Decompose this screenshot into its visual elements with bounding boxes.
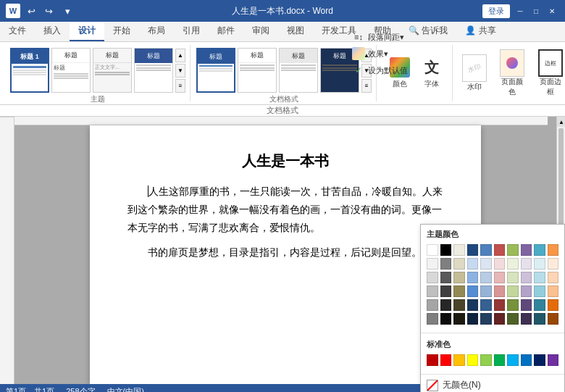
- swatch-r2-10[interactable]: [548, 258, 559, 270]
- swatch-r6-8[interactable]: [521, 313, 532, 325]
- swatch-r2-9[interactable]: [534, 258, 545, 270]
- swatch-r3-10[interactable]: [548, 272, 559, 283]
- format-item-1[interactable]: 标题: [196, 48, 235, 93]
- swatch-r4-2[interactable]: [440, 285, 452, 297]
- std-swatch-1[interactable]: [427, 354, 438, 366]
- tab-view[interactable]: 视图: [278, 22, 313, 41]
- tab-file[interactable]: 文件: [0, 22, 35, 41]
- std-swatch-6[interactable]: [494, 354, 506, 366]
- swatch-red[interactable]: [494, 244, 506, 256]
- swatch-r2-6[interactable]: [494, 258, 506, 270]
- format-expand-arrow[interactable]: ≡: [361, 79, 372, 93]
- swatch-r6-9[interactable]: [534, 313, 545, 325]
- format-item-2[interactable]: 标题: [238, 48, 277, 93]
- swatch-r6-6[interactable]: [494, 313, 506, 325]
- theme-item-3[interactable]: 标题 正文文字...: [93, 48, 132, 93]
- swatch-r3-4[interactable]: [467, 272, 479, 283]
- gallery-down-arrow[interactable]: ▼: [175, 64, 185, 78]
- swatch-r6-3[interactable]: [453, 313, 465, 325]
- login-button[interactable]: 登录: [482, 4, 510, 18]
- swatch-dark-blue[interactable]: [467, 244, 479, 256]
- swatch-r4-1[interactable]: [427, 285, 438, 297]
- theme-item-1[interactable]: 标题 1: [10, 48, 49, 93]
- gallery-up-arrow[interactable]: ▲: [175, 49, 185, 62]
- swatch-r2-8[interactable]: [521, 258, 532, 270]
- watermark-button[interactable]: 水印: [457, 51, 492, 95]
- no-color-option[interactable]: 无颜色(N): [421, 376, 564, 392]
- tab-share[interactable]: 👤 共享: [456, 22, 504, 41]
- swatch-r2-1[interactable]: [427, 258, 438, 270]
- tab-references[interactable]: 引用: [174, 22, 209, 41]
- swatch-r5-2[interactable]: [440, 299, 452, 311]
- swatch-r6-4[interactable]: [467, 313, 479, 325]
- swatch-white[interactable]: [427, 244, 438, 256]
- quick-access-more[interactable]: ▾: [59, 3, 75, 19]
- swatch-green[interactable]: [507, 244, 519, 256]
- gallery-expand-arrow[interactable]: ≡: [175, 79, 185, 93]
- swatch-cream[interactable]: [453, 244, 465, 256]
- swatch-r3-5[interactable]: [480, 272, 492, 283]
- format-item-3[interactable]: 标题: [279, 48, 318, 93]
- swatch-r4-8[interactable]: [521, 285, 532, 297]
- swatch-r2-4[interactable]: [467, 258, 479, 270]
- swatch-r4-3[interactable]: [453, 285, 465, 297]
- undo-button[interactable]: ↩: [23, 3, 39, 19]
- paragraph-spacing-button[interactable]: ≡↕ 段落间距▾: [348, 29, 412, 45]
- swatch-black[interactable]: [440, 244, 452, 256]
- swatch-r3-2[interactable]: [440, 272, 452, 283]
- swatch-r3-6[interactable]: [494, 272, 506, 283]
- swatch-r4-7[interactable]: [507, 285, 519, 297]
- swatch-r3-3[interactable]: [453, 272, 465, 283]
- tab-layout[interactable]: 布局: [139, 22, 174, 41]
- swatch-r3-1[interactable]: [427, 272, 438, 283]
- page-border-button[interactable]: 边框 页面边框: [532, 46, 565, 100]
- tab-home[interactable]: 开始: [104, 22, 139, 41]
- tab-insert[interactable]: 插入: [35, 22, 70, 41]
- swatch-r3-7[interactable]: [507, 272, 519, 283]
- scroll-up-arrow[interactable]: ▲: [557, 117, 565, 127]
- tab-review[interactable]: 审阅: [243, 22, 278, 41]
- swatch-r5-1[interactable]: [427, 299, 438, 311]
- swatch-r4-5[interactable]: [480, 285, 492, 297]
- set-default-button[interactable]: ✓ 设为默认值: [348, 62, 412, 78]
- swatch-purple[interactable]: [521, 244, 532, 256]
- swatch-r3-8[interactable]: [521, 272, 532, 283]
- swatch-r6-10[interactable]: [548, 313, 559, 325]
- swatch-r2-3[interactable]: [453, 258, 465, 270]
- swatch-r5-5[interactable]: [480, 299, 492, 311]
- swatch-r2-5[interactable]: [480, 258, 492, 270]
- swatch-blue[interactable]: [480, 244, 492, 256]
- swatch-r6-7[interactable]: [507, 313, 519, 325]
- swatch-r5-4[interactable]: [467, 299, 479, 311]
- swatch-r4-6[interactable]: [494, 285, 506, 297]
- tab-design[interactable]: 设计: [70, 22, 104, 41]
- swatch-r5-9[interactable]: [534, 299, 545, 311]
- swatch-r5-10[interactable]: [548, 299, 559, 311]
- std-swatch-8[interactable]: [521, 354, 532, 366]
- swatch-r4-4[interactable]: [467, 285, 479, 297]
- swatch-r6-5[interactable]: [480, 313, 492, 325]
- minimize-button[interactable]: ─: [513, 4, 527, 18]
- swatch-r5-7[interactable]: [507, 299, 519, 311]
- swatch-orange[interactable]: [548, 244, 559, 256]
- swatch-r3-9[interactable]: [534, 272, 545, 283]
- theme-item-2[interactable]: 标题 标题: [51, 48, 91, 93]
- std-swatch-3[interactable]: [453, 354, 465, 366]
- std-swatch-10[interactable]: [548, 354, 559, 366]
- tab-mailings[interactable]: 邮件: [209, 22, 243, 41]
- swatch-r6-2[interactable]: [440, 313, 452, 325]
- font-button[interactable]: 文 字体: [417, 54, 446, 92]
- swatch-r4-9[interactable]: [534, 285, 545, 297]
- std-swatch-2[interactable]: [440, 354, 452, 366]
- swatch-r2-2[interactable]: [440, 258, 452, 270]
- page-color-button[interactable]: 页面颜色: [493, 46, 530, 100]
- close-button[interactable]: ✕: [545, 4, 559, 18]
- effects-button[interactable]: 效果▾: [348, 46, 412, 62]
- std-swatch-7[interactable]: [507, 354, 519, 366]
- swatch-r5-6[interactable]: [494, 299, 506, 311]
- swatch-r6-1[interactable]: [427, 313, 438, 325]
- redo-button[interactable]: ↪: [41, 3, 56, 19]
- std-swatch-4[interactable]: [467, 354, 479, 366]
- swatch-r5-3[interactable]: [453, 299, 465, 311]
- std-swatch-9[interactable]: [534, 354, 545, 366]
